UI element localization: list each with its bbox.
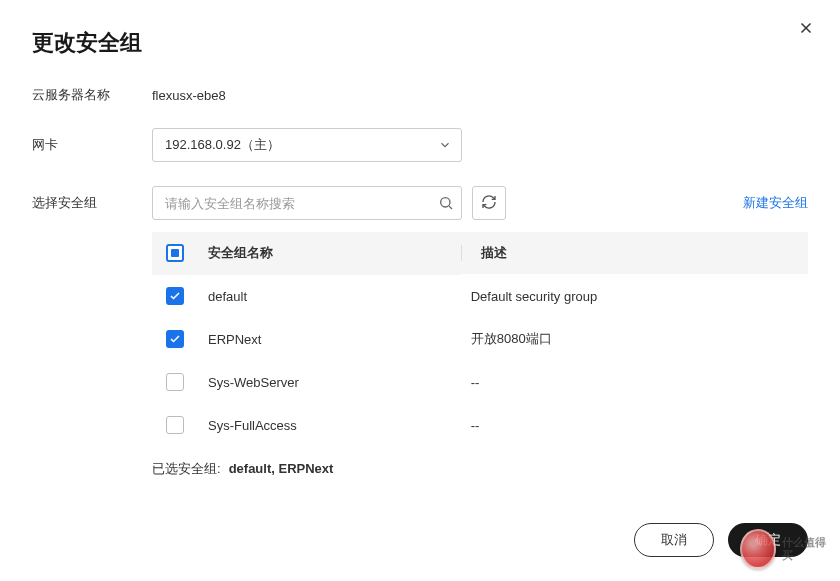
svg-point-0 — [441, 198, 450, 207]
server-name-row: 云服务器名称 flexusx-ebe8 — [32, 86, 808, 104]
search-box — [152, 186, 462, 220]
selected-label: 已选安全组: — [152, 460, 221, 478]
indeterminate-icon — [171, 249, 179, 257]
selected-groups-summary: 已选安全组: default, ERPNext — [152, 460, 808, 478]
column-header-name: 安全组名称 — [198, 232, 461, 275]
cancel-button[interactable]: 取消 — [634, 523, 714, 557]
table-row: defaultDefault security group — [152, 275, 808, 318]
row-checkbox[interactable] — [166, 287, 184, 305]
selected-values: default, ERPNext — [229, 461, 334, 476]
table-row: Sys-WebServer-- — [152, 361, 808, 404]
search-icon[interactable] — [438, 195, 454, 211]
check-icon — [169, 333, 181, 345]
cell-name: default — [198, 275, 461, 318]
cell-desc: -- — [461, 361, 808, 404]
row-checkbox[interactable] — [166, 330, 184, 348]
cell-name: Sys-FullAccess — [198, 404, 461, 447]
select-all-checkbox[interactable] — [166, 244, 184, 262]
security-group-label: 选择安全组 — [32, 186, 152, 212]
table-row: Sys-FullAccess-- — [152, 404, 808, 447]
security-group-table-wrap: 安全组名称 描述 defaultDefault security groupER… — [152, 232, 808, 478]
cell-name: Sys-WebServer — [198, 361, 461, 404]
column-header-desc: 描述 — [461, 232, 808, 275]
close-button[interactable] — [794, 18, 818, 42]
table-header-row: 安全组名称 描述 — [152, 232, 808, 275]
new-security-group-link[interactable]: 新建安全组 — [743, 194, 808, 212]
security-group-table: 安全组名称 描述 defaultDefault security groupER… — [152, 232, 808, 446]
security-group-search-input[interactable] — [152, 186, 462, 220]
security-group-controls: 新建安全组 — [152, 186, 808, 220]
refresh-button[interactable] — [472, 186, 506, 220]
server-name-label: 云服务器名称 — [32, 86, 152, 104]
change-security-group-modal: 更改安全组 云服务器名称 flexusx-ebe8 网卡 192.168.0.9… — [0, 0, 840, 581]
nic-selected-value: 192.168.0.92（主） — [152, 128, 462, 162]
cell-desc: Default security group — [461, 275, 808, 318]
row-checkbox[interactable] — [166, 373, 184, 391]
confirm-button[interactable]: 确定 — [728, 523, 808, 557]
table-row: ERPNext开放8080端口 — [152, 318, 808, 361]
close-icon — [797, 19, 815, 41]
cell-desc: -- — [461, 404, 808, 447]
cell-desc: 开放8080端口 — [461, 318, 808, 361]
row-checkbox[interactable] — [166, 416, 184, 434]
security-group-row: 选择安全组 新建安全组 — [32, 186, 808, 220]
refresh-icon — [481, 194, 497, 213]
nic-label: 网卡 — [32, 136, 152, 154]
nic-row: 网卡 192.168.0.92（主） — [32, 128, 808, 162]
modal-footer: 取消 确定 — [32, 503, 808, 557]
server-name-value: flexusx-ebe8 — [152, 88, 226, 103]
check-icon — [169, 290, 181, 302]
modal-title: 更改安全组 — [32, 28, 808, 58]
cell-name: ERPNext — [198, 318, 461, 361]
nic-select[interactable]: 192.168.0.92（主） — [152, 128, 462, 162]
